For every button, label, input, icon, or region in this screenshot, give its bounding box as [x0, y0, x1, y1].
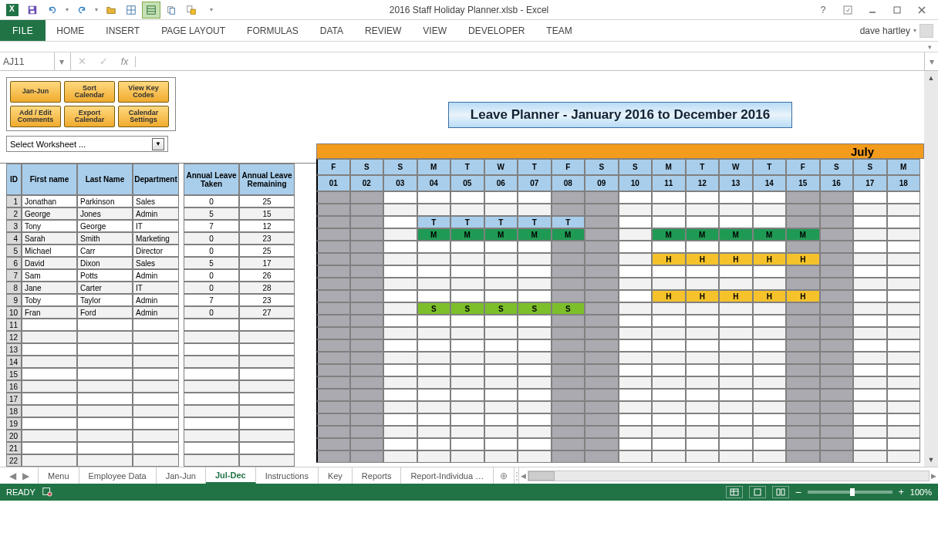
calendar-cell[interactable]	[619, 389, 653, 401]
calendar-cell[interactable]	[853, 253, 887, 265]
formula-input[interactable]	[136, 52, 924, 70]
calendar-cell[interactable]	[350, 278, 384, 290]
calendar-cell[interactable]	[518, 426, 552, 438]
calendar-cell[interactable]	[719, 389, 753, 401]
cell[interactable]: Carr	[77, 245, 133, 257]
minimize-button[interactable]	[862, 2, 882, 19]
calendar-cell[interactable]	[450, 278, 484, 290]
calendar-cell[interactable]	[786, 364, 820, 376]
calendar-cell[interactable]	[585, 389, 619, 401]
calendar-cell[interactable]: H	[719, 253, 753, 265]
cell[interactable]	[133, 319, 179, 331]
cell[interactable]: IT	[133, 282, 179, 294]
calendar-cell[interactable]	[652, 413, 686, 426]
calendar-cell[interactable]	[383, 253, 417, 265]
calendar-cell[interactable]: M	[686, 228, 720, 241]
calendar-cell[interactable]	[853, 339, 887, 352]
ribbon-tab-team[interactable]: TEAM	[535, 20, 582, 41]
calendar-cell[interactable]	[518, 450, 552, 463]
calendar-cell[interactable]	[383, 339, 417, 352]
calendar-cell[interactable]	[552, 265, 585, 278]
cell[interactable]	[239, 430, 295, 442]
cell[interactable]: Ford	[77, 306, 133, 319]
calendar-cell[interactable]	[686, 450, 720, 463]
calendar-cell[interactable]	[887, 302, 921, 315]
vertical-scrollbar[interactable]: ▲ ▼	[924, 71, 938, 467]
calendar-cell[interactable]	[383, 216, 417, 228]
calendar-cell[interactable]	[686, 191, 720, 204]
cell[interactable]	[184, 368, 239, 380]
calendar-cell[interactable]	[887, 241, 921, 253]
macro-button[interactable]: Add / Edit Comments	[10, 106, 61, 127]
calendar-cell[interactable]	[652, 339, 686, 352]
cell[interactable]	[77, 430, 133, 442]
calendar-cell[interactable]	[417, 327, 451, 339]
calendar-cell[interactable]	[585, 438, 619, 450]
cell[interactable]	[239, 343, 295, 356]
calendar-cell[interactable]	[316, 389, 350, 401]
ribbon-tab-view[interactable]: VIEW	[412, 20, 457, 41]
calendar-cell[interactable]	[484, 265, 518, 278]
name-box-input[interactable]	[0, 56, 54, 67]
calendar-cell[interactable]	[619, 438, 653, 450]
calendar-cell[interactable]	[316, 376, 350, 389]
calendar-cell[interactable]	[820, 290, 854, 302]
calendar-cell[interactable]	[350, 389, 384, 401]
calendar-cell[interactable]	[518, 253, 552, 265]
cell[interactable]: 7	[184, 220, 239, 232]
table-row[interactable]: 17	[6, 393, 316, 405]
cell[interactable]: 0	[184, 282, 239, 294]
table-row[interactable]: 6DavidDixonSales517	[6, 257, 316, 269]
calendar-cell[interactable]	[619, 413, 653, 426]
calendar-cell[interactable]	[383, 241, 417, 253]
calendar-cell[interactable]	[887, 389, 921, 401]
calendar-cell[interactable]	[887, 352, 921, 364]
calendar-cell[interactable]	[552, 438, 585, 450]
calendar-cell[interactable]	[417, 191, 451, 204]
calendar-cell[interactable]	[484, 352, 518, 364]
calendar-cell[interactable]	[316, 265, 350, 278]
calendar-cell[interactable]	[585, 228, 619, 241]
calendar-cell[interactable]	[350, 352, 384, 364]
zoom-in-icon[interactable]: +	[899, 487, 904, 498]
calendar-cell[interactable]	[686, 389, 720, 401]
calendar-cell[interactable]	[753, 327, 787, 339]
cell[interactable]	[239, 405, 295, 417]
calendar-cell[interactable]	[820, 364, 854, 376]
ribbon-display-options-icon[interactable]	[838, 2, 858, 19]
calendar-cell[interactable]: H	[686, 290, 720, 302]
calendar-cell[interactable]	[316, 352, 350, 364]
calendar-cell[interactable]	[552, 339, 585, 352]
calendar-cell[interactable]	[350, 401, 384, 413]
cell[interactable]: 9	[6, 294, 22, 306]
calendar-cell[interactable]	[786, 426, 820, 438]
calendar-cell[interactable]	[652, 216, 686, 228]
calendar-cell[interactable]	[887, 450, 921, 463]
table-row[interactable]: 16	[6, 380, 316, 393]
redo-dropdown-icon[interactable]: ▾	[93, 2, 100, 19]
sheet-tab[interactable]: Jul-Dec	[206, 467, 256, 484]
calendar-cell[interactable]	[853, 327, 887, 339]
calendar-cell[interactable]	[853, 241, 887, 253]
calendar-cell[interactable]	[719, 278, 753, 290]
calendar-cell[interactable]: H	[786, 290, 820, 302]
cell[interactable]	[133, 405, 179, 417]
cell[interactable]: Director	[133, 245, 179, 257]
calendar-cell[interactable]	[585, 204, 619, 216]
cell[interactable]: 0	[184, 306, 239, 319]
calendar-cell[interactable]	[753, 241, 787, 253]
cell[interactable]	[184, 454, 239, 467]
calendar-cell[interactable]	[484, 376, 518, 389]
cell[interactable]: 2	[6, 207, 22, 220]
calendar-cell[interactable]	[350, 327, 384, 339]
zoom-out-icon[interactable]: −	[795, 486, 801, 498]
scroll-down-icon[interactable]: ▼	[924, 453, 938, 467]
calendar-cell[interactable]	[585, 364, 619, 376]
calendar-cell[interactable]	[820, 339, 854, 352]
calendar-cell[interactable]	[887, 401, 921, 413]
calendar-cell[interactable]	[585, 253, 619, 265]
calendar-cell[interactable]	[585, 216, 619, 228]
calendar-cell[interactable]	[619, 241, 653, 253]
cell[interactable]: 23	[239, 232, 295, 245]
calendar-cell[interactable]	[585, 290, 619, 302]
